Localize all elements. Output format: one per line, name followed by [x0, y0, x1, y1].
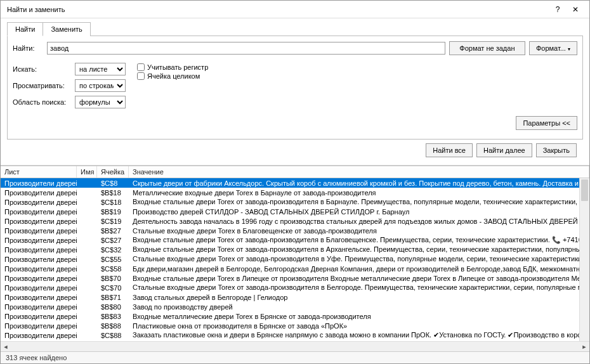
cell-ref: $B$70: [97, 275, 129, 282]
cell-sheet: Производители дверей: [1, 237, 77, 244]
cell-sheet: Производители дверей: [1, 265, 77, 273]
cell-value: Стальные входные двери Torex от завода-п…: [129, 255, 589, 263]
table-row[interactable]: Производители дверей$C$88Заказать пласти…: [1, 330, 589, 340]
table-row[interactable]: Производители дверей$C$55Стальные входны…: [1, 254, 589, 264]
table-row[interactable]: Производители дверей$B$83Входные металли…: [1, 311, 589, 321]
action-buttons: Найти все Найти далее Закрыть: [7, 140, 583, 161]
cell-value: Бдк двери,магазин дверей в Белгороде, Бе…: [129, 265, 589, 273]
table-row[interactable]: Производители дверей$B$88Пластиковые окн…: [1, 321, 589, 330]
cell-ref: $C$55: [97, 256, 129, 263]
cell-value: Деятельность завода началась в 1996 году…: [129, 218, 589, 225]
table-row[interactable]: Производители дверей$B$70Входные стальны…: [1, 273, 589, 283]
cell-sheet: Производители дверей: [1, 284, 77, 292]
table-row[interactable]: Производители дверей$C$18Входные стальны…: [1, 197, 589, 207]
table-row[interactable]: Производители дверей$C$32Входные стальны…: [1, 245, 589, 254]
table-row[interactable]: Производители дверей$C$58Бдк двери,магаз…: [1, 264, 589, 273]
scroll-right-icon[interactable]: ►: [579, 344, 589, 350]
scroll-left-icon[interactable]: ◄: [1, 344, 11, 350]
whole-cell-check[interactable]: Ячейка целиком: [137, 72, 208, 80]
cell-sheet: Производители дверей: [1, 341, 77, 342]
cell-value: Стальные входные двери Torex в Благовеще…: [129, 227, 589, 235]
cell-ref: $B$80: [97, 303, 129, 311]
cell-sheet: Производители дверей: [1, 189, 77, 197]
cell-sheet: Производители дверей: [1, 246, 77, 254]
scroll-thumb[interactable]: [581, 179, 588, 201]
cell-value: Завод стальных дверей в Белгороде | Гели…: [129, 294, 589, 301]
window-title: Найти и заменить: [6, 6, 549, 13]
table-row[interactable]: Производители дверей$B$124Ковровская фаб…: [1, 340, 589, 341]
results-header[interactable]: Лист Имя Ячейка Значение: [1, 166, 589, 178]
cell-ref: $C$70: [97, 284, 129, 292]
cell-value: Входные стальные двери Torex от завода-п…: [129, 236, 589, 244]
vertical-scrollbar[interactable]: [579, 178, 589, 341]
table-row[interactable]: Производители дверей$B$19Производство дв…: [1, 207, 589, 216]
cell-value: Входные стальные двери Torex в Липецке о…: [129, 275, 589, 282]
cell-value: Ковровская фабрика межкомнатных дверей "…: [129, 341, 589, 342]
cell-value: Стальные входные двери Torex от завода-п…: [129, 283, 589, 292]
find-all-button[interactable]: Найти все: [426, 143, 473, 157]
table-row[interactable]: Производители дверей$B$80Завод по произв…: [1, 302, 589, 311]
help-icon[interactable]: ?: [549, 5, 567, 14]
tab-find[interactable]: Найти: [7, 22, 43, 36]
cell-ref: $C$58: [97, 265, 129, 273]
cell-value: Заказать пластиковые окна и двери в Брян…: [129, 331, 589, 339]
label-find: Найти:: [13, 44, 43, 52]
cell-value: Производство дверей СТИЛДОР - ЗАВОД СТАЛ…: [129, 208, 589, 216]
cell-ref: $C$88: [97, 332, 129, 339]
cell-sheet: Производители дверей: [1, 322, 77, 330]
search-in-select[interactable]: на листе: [75, 63, 126, 75]
table-row[interactable]: Производители дверей$C$27Входные стальны…: [1, 235, 589, 245]
close-icon[interactable]: ✕: [567, 5, 584, 14]
format-button[interactable]: Формат... ▾: [529, 41, 577, 55]
cell-ref: $B$124: [97, 341, 129, 342]
cell-ref: $C$18: [97, 198, 129, 206]
cell-sheet: Производители дверей: [1, 313, 77, 320]
format-display: Формат не задан: [449, 41, 525, 55]
params-button[interactable]: Параметры <<: [516, 116, 577, 130]
col-name[interactable]: Имя: [77, 166, 97, 178]
cell-value: Входные стальные двери Torex от завода-п…: [129, 245, 589, 254]
cell-sheet: Производители дверей: [1, 294, 77, 301]
title-bar: Найти и заменить ? ✕: [1, 1, 589, 18]
look-area-select[interactable]: формулы: [75, 96, 126, 108]
cell-value: Скрытые двери от фабрики Аксельдорс. Скр…: [129, 179, 589, 187]
cell-sheet: Производители дверей: [1, 303, 77, 311]
cell-value: Металлические входные двери Torex в Барн…: [129, 189, 589, 197]
table-row[interactable]: Производители дверей$B$27Стальные входны…: [1, 226, 589, 235]
col-value[interactable]: Значение: [129, 166, 589, 178]
whole-cell-checkbox[interactable]: [137, 72, 145, 80]
results-body[interactable]: Производители дверей$C$8Скрытые двери от…: [1, 178, 589, 341]
table-row[interactable]: Производители дверей$C$19Деятельность за…: [1, 216, 589, 226]
cell-ref: $C$19: [97, 218, 129, 225]
find-next-button[interactable]: Найти далее: [476, 143, 532, 157]
search-panel: Найти Заменить Найти: Формат не задан Фо…: [1, 18, 589, 166]
form-area: Найти: Формат не задан Формат... ▾ Искат…: [7, 36, 583, 140]
cell-ref: $C$32: [97, 246, 129, 254]
cell-sheet: Производители дверей: [1, 275, 77, 282]
table-row[interactable]: Производители дверей$B$71Завод стальных …: [1, 292, 589, 302]
results-grid: Лист Имя Ячейка Значение Производители д…: [1, 166, 589, 351]
table-row[interactable]: Производители дверей$C$70Стальные входны…: [1, 283, 589, 292]
close-button[interactable]: Закрыть: [536, 143, 577, 157]
table-row[interactable]: Производители дверей$B$18Металлические в…: [1, 188, 589, 197]
cell-value: Входные стальные двери Torex от завода-п…: [129, 198, 589, 206]
match-case-check[interactable]: Учитывать регистр: [137, 63, 208, 71]
label-look-area: Область поиска:: [13, 98, 71, 106]
tab-replace[interactable]: Заменить: [43, 22, 90, 36]
cell-ref: $B$18: [97, 189, 129, 197]
find-input[interactable]: [47, 42, 445, 55]
table-row[interactable]: Производители дверей$C$8Скрытые двери от…: [1, 178, 589, 188]
cell-ref: $B$71: [97, 294, 129, 301]
cell-sheet: Производители дверей: [1, 198, 77, 206]
col-sheet[interactable]: Лист: [1, 166, 77, 178]
match-case-checkbox[interactable]: [137, 63, 145, 71]
whole-cell-label: Ячейка целиком: [147, 72, 200, 80]
cell-value: Пластиковые окна от производителя в Брян…: [129, 322, 589, 330]
cell-value: Входные металлические двери Torex в Брян…: [129, 313, 589, 320]
cell-ref: $B$83: [97, 313, 129, 320]
cell-sheet: Производители дверей: [1, 218, 77, 225]
look-by-select[interactable]: по строкам: [75, 79, 126, 92]
horizontal-scrollbar[interactable]: ◄ ►: [1, 341, 589, 351]
col-cell[interactable]: Ячейка: [97, 166, 129, 178]
cell-ref: $B$27: [97, 227, 129, 235]
